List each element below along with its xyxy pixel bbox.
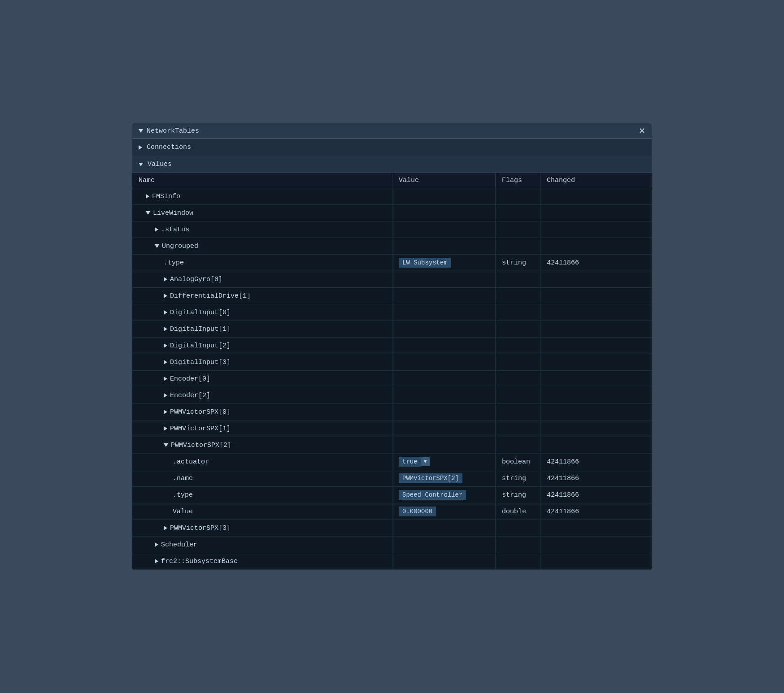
pwmvictorspx3-expand-icon[interactable] bbox=[164, 526, 167, 530]
cell-flags-digitalinput0 bbox=[496, 304, 540, 321]
cell-value-frc2subsystem bbox=[392, 553, 496, 569]
frc2subsystem-expand-icon[interactable] bbox=[155, 559, 158, 563]
cell-changed-digitalinput1 bbox=[540, 321, 652, 337]
name-text-livewindow: LiveWindow bbox=[153, 209, 193, 217]
values-expand-icon bbox=[139, 163, 143, 166]
value-badge-type1: LW Subsystem bbox=[399, 258, 451, 268]
differentialdrive-expand-icon[interactable] bbox=[164, 294, 167, 298]
cell-flags-pwmvictorspx1 bbox=[496, 420, 540, 437]
pwmvictorspx1-expand-icon[interactable] bbox=[164, 426, 167, 431]
cell-name-digitalinput2[interactable]: DigitalInput[2] bbox=[132, 338, 392, 354]
cell-name-scheduler[interactable]: Scheduler bbox=[132, 537, 392, 553]
cell-value-name_row[interactable]: PWMVictorSPX[2] bbox=[392, 470, 496, 486]
cell-changed-digitalinput3 bbox=[540, 354, 652, 370]
encoder2-expand-icon[interactable] bbox=[164, 393, 167, 398]
name-text-ungrouped: Ungrouped bbox=[162, 243, 198, 250]
cell-flags-frc2subsystem bbox=[496, 553, 540, 569]
name-text-digitalinput1: DigitalInput[1] bbox=[170, 325, 231, 333]
cell-flags-differentialdrive bbox=[496, 288, 540, 304]
cell-value-ungrouped bbox=[392, 238, 496, 254]
table-row: Scheduler bbox=[132, 537, 652, 553]
connections-section[interactable]: Connections bbox=[132, 139, 652, 156]
cell-name-val_row: Value bbox=[132, 503, 392, 520]
cell-value-type1[interactable]: LW Subsystem bbox=[392, 255, 496, 271]
name-text-frc2subsystem: frc2::SubsystemBase bbox=[161, 558, 238, 565]
cell-name-encoder2[interactable]: Encoder[2] bbox=[132, 387, 392, 403]
cell-name-analoggyro[interactable]: AnalogGyro[0] bbox=[132, 271, 392, 287]
cell-flags-val_row: double bbox=[496, 503, 540, 520]
livewindow-expand-icon[interactable] bbox=[146, 211, 150, 215]
cell-changed-status bbox=[540, 221, 652, 238]
cell-name-pwmvictorspx1[interactable]: PWMVictorSPX[1] bbox=[132, 420, 392, 437]
name-text-type1: .type bbox=[164, 259, 184, 267]
table-row: PWMVictorSPX[1] bbox=[132, 420, 652, 437]
col-changed: Changed bbox=[540, 173, 652, 188]
table-row: DigitalInput[0] bbox=[132, 304, 652, 321]
table-row: DigitalInput[1] bbox=[132, 321, 652, 338]
dropdown-arrow-actuator[interactable]: ▼ bbox=[421, 457, 430, 466]
cell-name-pwmvictorspx0[interactable]: PWMVictorSPX[0] bbox=[132, 404, 392, 420]
pwmvictorspx2-expand-icon[interactable] bbox=[164, 443, 168, 447]
name-text-actuator: .actuator bbox=[173, 458, 209, 466]
value-badge-name_row: PWMVictorSPX[2] bbox=[399, 473, 462, 483]
cell-flags-name_row: string bbox=[496, 470, 540, 486]
encoder0-expand-icon[interactable] bbox=[164, 377, 167, 381]
cell-flags-digitalinput3 bbox=[496, 354, 540, 370]
cell-flags-analoggyro bbox=[496, 271, 540, 287]
cell-name-digitalinput0[interactable]: DigitalInput[0] bbox=[132, 304, 392, 321]
cell-value-digitalinput3 bbox=[392, 354, 496, 370]
value-dropdown-actuator[interactable]: true▼ bbox=[399, 457, 430, 467]
table-row: DifferentialDrive[1] bbox=[132, 288, 652, 304]
cell-flags-fmsinfo bbox=[496, 188, 540, 204]
name-text-status: .status bbox=[161, 226, 189, 234]
fmsinfo-expand-icon[interactable] bbox=[146, 194, 149, 199]
name-text-encoder0: Encoder[0] bbox=[170, 375, 210, 383]
cell-name-frc2subsystem[interactable]: frc2::SubsystemBase bbox=[132, 553, 392, 569]
analoggyro-expand-icon[interactable] bbox=[164, 277, 167, 282]
pwmvictorspx0-expand-icon[interactable] bbox=[164, 410, 167, 414]
table-row: .namePWMVictorSPX[2]string42411866 bbox=[132, 470, 652, 487]
close-button[interactable]: ✕ bbox=[639, 127, 645, 135]
scheduler-expand-icon[interactable] bbox=[155, 542, 158, 547]
cell-name-digitalinput1[interactable]: DigitalInput[1] bbox=[132, 321, 392, 337]
cell-name-status[interactable]: .status bbox=[132, 221, 392, 238]
cell-value-type2[interactable]: Speed Controller bbox=[392, 487, 496, 503]
cell-changed-pwmvictorspx2 bbox=[540, 437, 652, 453]
digitalinput0-expand-icon[interactable] bbox=[164, 310, 167, 315]
cell-flags-digitalinput2 bbox=[496, 338, 540, 354]
digitalinput2-expand-icon[interactable] bbox=[164, 343, 167, 348]
cell-name-pwmvictorspx2[interactable]: PWMVictorSPX[2] bbox=[132, 437, 392, 453]
name-text-digitalinput2: DigitalInput[2] bbox=[170, 342, 231, 350]
cell-changed-analoggyro bbox=[540, 271, 652, 287]
cell-changed-pwmvictorspx0 bbox=[540, 404, 652, 420]
cell-name-differentialdrive[interactable]: DifferentialDrive[1] bbox=[132, 288, 392, 304]
digitalinput3-expand-icon[interactable] bbox=[164, 360, 167, 364]
digitalinput1-expand-icon[interactable] bbox=[164, 327, 167, 331]
table-row: AnalogGyro[0] bbox=[132, 271, 652, 288]
window-expand-icon[interactable] bbox=[139, 129, 143, 133]
cell-name-digitalinput3[interactable]: DigitalInput[3] bbox=[132, 354, 392, 370]
cell-flags-type1: string bbox=[496, 255, 540, 271]
table-row: FMSInfo bbox=[132, 188, 652, 205]
network-tables-window: NetworkTables ✕ Connections Values Name … bbox=[132, 123, 652, 570]
name-text-scheduler: Scheduler bbox=[161, 541, 197, 549]
values-section-header[interactable]: Values bbox=[132, 156, 652, 173]
name-text-pwmvictorspx2: PWMVictorSPX[2] bbox=[171, 442, 231, 449]
cell-name-pwmvictorspx3[interactable]: PWMVictorSPX[3] bbox=[132, 520, 392, 536]
name-text-pwmvictorspx3: PWMVictorSPX[3] bbox=[170, 524, 231, 532]
cell-value-digitalinput0 bbox=[392, 304, 496, 321]
cell-value-encoder0 bbox=[392, 371, 496, 387]
cell-value-val_row[interactable]: 0.000000 bbox=[392, 503, 496, 520]
cell-value-actuator[interactable]: true▼ bbox=[392, 454, 496, 470]
cell-name-encoder0[interactable]: Encoder[0] bbox=[132, 371, 392, 387]
cell-name-ungrouped[interactable]: Ungrouped bbox=[132, 238, 392, 254]
cell-name-livewindow[interactable]: LiveWindow bbox=[132, 205, 392, 221]
cell-changed-type1: 42411866 bbox=[540, 255, 652, 271]
ungrouped-expand-icon[interactable] bbox=[155, 244, 159, 248]
cell-changed-scheduler bbox=[540, 537, 652, 553]
table-row: Ungrouped bbox=[132, 238, 652, 255]
status-expand-icon[interactable] bbox=[155, 227, 158, 232]
cell-name-fmsinfo[interactable]: FMSInfo bbox=[132, 188, 392, 204]
table-row: Encoder[0] bbox=[132, 371, 652, 387]
table-row: PWMVictorSPX[2] bbox=[132, 437, 652, 454]
